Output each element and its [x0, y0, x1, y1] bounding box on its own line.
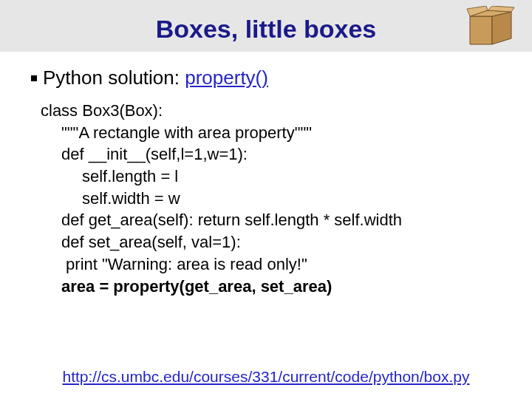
header-bar: Boxes, little boxes	[0, 0, 532, 52]
code-line: self.width = w	[41, 188, 532, 210]
bullet-icon	[31, 75, 37, 81]
code-block: class Box3(Box): """A rectangle with are…	[41, 100, 532, 297]
svg-marker-0	[470, 16, 492, 44]
bullet-line: Python solution: property()	[31, 66, 532, 89]
slide-title: Boxes, little boxes	[0, 15, 532, 44]
code-line: print "Warning: area is read only!"	[41, 253, 532, 276]
code-line: class Box3(Box):	[41, 100, 532, 122]
bullet-prefix: Python solution:	[43, 66, 185, 89]
source-url-link[interactable]: http://cs.umbc.edu/courses/331/current/c…	[63, 368, 470, 385]
code-line-bold: area = property(get_area, set_area)	[41, 276, 532, 298]
code-line: def set_area(self, val=1):	[41, 231, 532, 253]
svg-marker-1	[492, 12, 511, 44]
code-line: def __init__(self,l=1,w=1):	[41, 143, 532, 166]
code-line: self.length = l	[41, 166, 532, 188]
code-line: def get_area(self): return self.length *…	[41, 209, 532, 231]
property-link[interactable]: property()	[185, 66, 268, 89]
footer-link-container: http://cs.umbc.edu/courses/331/current/c…	[0, 368, 532, 386]
code-line: """A rectangle with area property"""	[41, 122, 532, 144]
bullet-text: Python solution: property()	[43, 66, 268, 89]
cardboard-box-icon	[466, 6, 517, 49]
